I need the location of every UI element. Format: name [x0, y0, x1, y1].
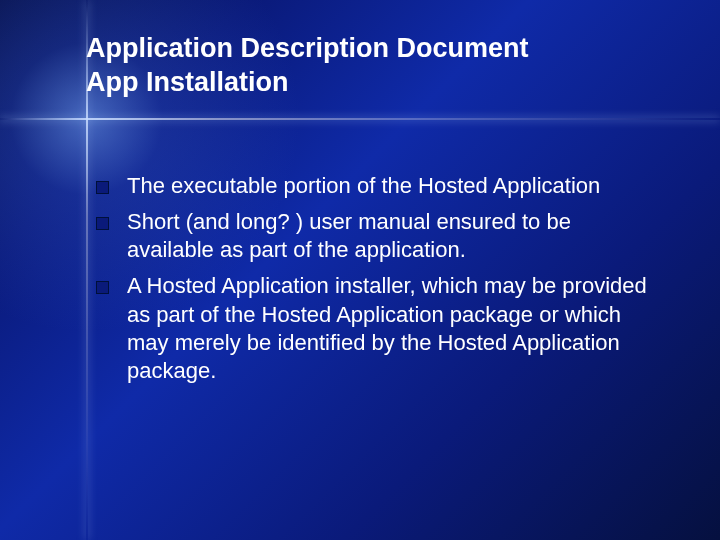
bullet-icon — [96, 217, 109, 230]
bullet-icon — [96, 281, 109, 294]
bullet-text: Short (and long? ) user manual ensured t… — [127, 208, 660, 264]
bullet-icon — [96, 181, 109, 194]
list-item: A Hosted Application installer, which ma… — [96, 272, 660, 385]
title-line-2: App Installation — [86, 66, 660, 100]
slide-title: Application Description Document App Ins… — [86, 32, 660, 100]
list-item: The executable portion of the Hosted App… — [96, 172, 660, 200]
decorative-line-horizontal — [0, 118, 720, 120]
title-line-1: Application Description Document — [86, 32, 660, 66]
bullet-text: The executable portion of the Hosted App… — [127, 172, 660, 200]
slide: Application Description Document App Ins… — [0, 0, 720, 540]
slide-body: The executable portion of the Hosted App… — [96, 172, 660, 393]
bullet-text: A Hosted Application installer, which ma… — [127, 272, 660, 385]
list-item: Short (and long? ) user manual ensured t… — [96, 208, 660, 264]
